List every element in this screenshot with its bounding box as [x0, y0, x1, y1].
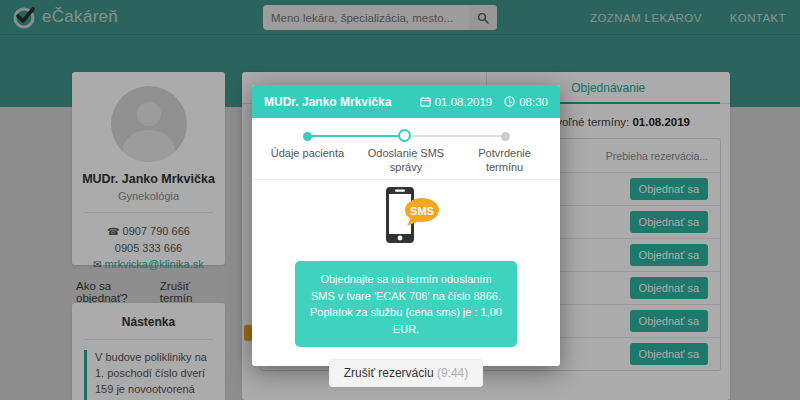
booking-progress-steps: Údaje pacienta Odoslanie SMS správy Potv… — [252, 118, 560, 180]
modal-header: MUDr. Janko Mrkvička 01.08.2019 08:30 — [252, 85, 560, 118]
sms-booking-modal: MUDr. Janko Mrkvička 01.08.2019 08:30 Úd… — [252, 85, 560, 366]
cancel-reservation-button[interactable]: Zrušiť rezerváciu (9:44) — [329, 359, 484, 387]
modal-time: 08:30 — [504, 96, 548, 108]
step-connector-todo — [406, 135, 505, 137]
sms-instruction-box: Objednajte sa na termín odoslaním SMS v … — [295, 261, 517, 347]
calendar-icon — [420, 96, 431, 107]
step-label-odoslanie-sms: Odoslanie SMS správy — [361, 146, 451, 175]
countdown-timer: (9:44) — [437, 366, 468, 380]
modal-date: 01.08.2019 — [420, 96, 493, 108]
step-connector-done — [307, 135, 406, 137]
step-label-udaje-pacienta: Údaje pacienta — [262, 146, 352, 160]
svg-text:SMS: SMS — [410, 205, 434, 217]
modal-doctor-name: MUDr. Janko Mrkvička — [264, 95, 408, 109]
step-dot-upcoming — [501, 132, 510, 141]
step-dot-done — [303, 132, 312, 141]
step-label-potvrdenie-terminu: Potvrdenie termínu — [460, 146, 550, 175]
phone-sms-icon: SMS — [360, 185, 452, 253]
modal-body: SMS Objednajte sa na termín odoslaním SM… — [252, 180, 560, 387]
step-dot-current — [398, 129, 411, 142]
clock-icon — [504, 96, 515, 107]
